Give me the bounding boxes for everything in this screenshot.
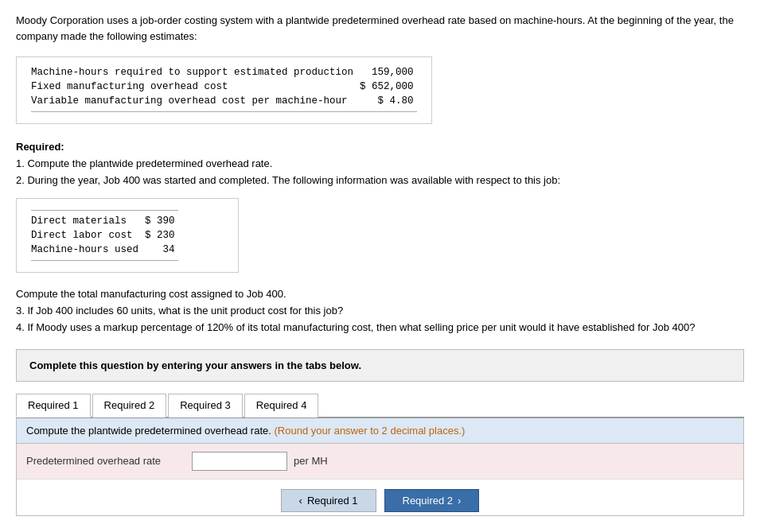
- back-button-label: Required 1: [307, 495, 358, 507]
- answer-input[interactable]: [192, 452, 287, 471]
- forward-button-label: Required 2: [403, 495, 454, 507]
- compute-line: 3. If Job 400 includes 60 units, what is…: [16, 303, 744, 320]
- instruction-bar: Compute the plantwide predetermined over…: [17, 418, 743, 444]
- complete-question-box: Complete this question by entering your …: [16, 349, 744, 382]
- forward-button[interactable]: Required 2: [384, 489, 480, 512]
- compute-lines: Compute the total manufacturing cost ass…: [16, 286, 744, 336]
- answer-row: Predetermined overhead rate per MH: [17, 444, 743, 480]
- compute-line: Compute the total manufacturing cost ass…: [16, 286, 744, 303]
- back-button[interactable]: Required 1: [281, 489, 376, 512]
- nav-buttons-row: Required 1 Required 2: [17, 480, 743, 515]
- required-line: 2. During the year, Job 400 was started …: [16, 173, 744, 189]
- estimates-table-box: Machine-hours required to support estima…: [16, 56, 432, 124]
- chevron-left-icon: [299, 495, 302, 507]
- chevron-right-icon: [458, 495, 461, 507]
- required-line: 1. Compute the plantwide predetermined o…: [16, 156, 744, 173]
- tab-required-2[interactable]: Required 2: [92, 394, 167, 417]
- instruction-suffix: (Round your answer to 2 decimal places.): [274, 425, 465, 437]
- answer-label: Predetermined overhead rate: [26, 455, 185, 467]
- required-heading: Required:: [16, 139, 744, 156]
- compute-line: 4. If Moody uses a markup percentage of …: [16, 320, 744, 336]
- job-table-box: Direct materials$ 390Direct labor cost$ …: [16, 198, 239, 273]
- tabs-row: Required 1Required 2Required 3Required 4: [16, 393, 744, 418]
- answer-unit: per MH: [294, 455, 328, 467]
- instruction-text: Compute the plantwide predetermined over…: [26, 425, 271, 437]
- tab-required-3[interactable]: Required 3: [168, 394, 243, 417]
- tab-content-area: Compute the plantwide predetermined over…: [16, 418, 744, 516]
- required-section: Required: 1. Compute the plantwide prede…: [16, 139, 744, 188]
- tab-required-4[interactable]: Required 4: [244, 394, 319, 417]
- tab-required-1[interactable]: Required 1: [16, 394, 91, 417]
- intro-paragraph: Moody Corporation uses a job-order costi…: [16, 13, 744, 44]
